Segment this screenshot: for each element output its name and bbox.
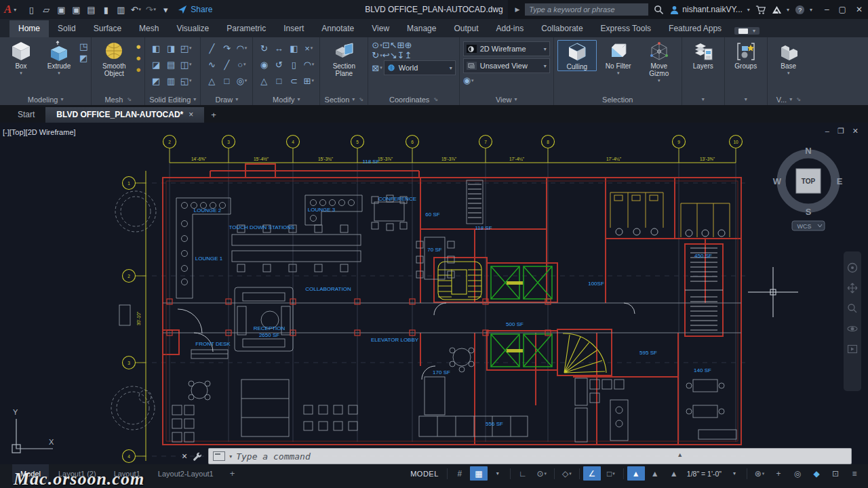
- snap-settings[interactable]: ▾: [489, 466, 507, 481]
- mesh-refine-icon[interactable]: ●: [136, 41, 141, 52]
- file-tab-close-icon[interactable]: ×: [189, 110, 193, 119]
- panel-label-view[interactable]: View▾: [460, 94, 553, 105]
- fillet-icon[interactable]: ◠▾: [301, 56, 316, 73]
- status-menu[interactable]: ≡: [846, 466, 863, 481]
- trim-icon[interactable]: ×▾: [301, 40, 316, 56]
- application-menu-button[interactable]: A ▾: [0, 3, 22, 16]
- smooth-object-button[interactable]: Smooth Object: [95, 40, 133, 77]
- ucs-back-icon[interactable]: ↩: [382, 50, 390, 60]
- rotate-icon[interactable]: ◉: [256, 56, 271, 73]
- isolate-objects[interactable]: ◎: [789, 466, 806, 481]
- clean-screen[interactable]: ⊡: [827, 466, 844, 481]
- command-expand-icon[interactable]: ▲: [677, 451, 683, 458]
- ribbon-tab-featured-apps[interactable]: Featured Apps: [660, 20, 730, 37]
- erase-icon[interactable]: □: [271, 73, 286, 89]
- ucs-icon-settings[interactable]: ⊠▾: [372, 63, 382, 73]
- ribbon-tab-mesh[interactable]: Mesh: [130, 20, 167, 37]
- ucs-icon[interactable]: ⊙▾: [372, 40, 382, 50]
- panel-label-selection[interactable]: Selection: [554, 94, 682, 105]
- drawing-area[interactable]: [-][Top][2D Wireframe] – ❐ ✕: [0, 123, 868, 464]
- window-close-button[interactable]: ✕: [856, 5, 863, 14]
- full-navigation-wheel-icon[interactable]: [847, 262, 858, 273]
- saveas-icon[interactable]: ▣: [69, 3, 83, 16]
- infocenter-toggle-icon[interactable]: ▶: [515, 6, 519, 13]
- viewport-config-icon[interactable]: ◉▾: [463, 75, 474, 85]
- panel-label-modify[interactable]: Modify▾: [253, 94, 319, 105]
- polygon-icon[interactable]: △: [204, 73, 219, 89]
- ribbon-tab-manage[interactable]: Manage: [398, 20, 445, 37]
- culling-button[interactable]: Culling: [557, 40, 597, 71]
- plot-icon[interactable]: ▥: [114, 3, 127, 16]
- 3d-object-snap[interactable]: ▲: [646, 466, 664, 481]
- ribbon-tab-parametric[interactable]: Parametric: [218, 20, 275, 37]
- scale-icon[interactable]: ▯: [286, 56, 301, 73]
- ribbon-tab-collaborate[interactable]: Collaborate: [532, 20, 591, 37]
- panel-label-draw[interactable]: Draw▾: [201, 94, 252, 105]
- app-store-cart-icon[interactable]: [755, 5, 766, 15]
- panel-label-coordinates[interactable]: Coordinates⇘: [368, 94, 458, 105]
- panel-label-section[interactable]: Section▾⇘: [320, 94, 368, 105]
- autodesk-account-button[interactable]: ▾: [772, 5, 789, 14]
- rectangle-icon[interactable]: □: [219, 73, 234, 89]
- ribbon-tab-output[interactable]: Output: [445, 20, 487, 37]
- snap-mode[interactable]: ▦: [470, 466, 488, 481]
- new-drawing-tab-button[interactable]: +: [204, 107, 223, 123]
- visual-style-dropdown[interactable]: 2D Wireframe ▾: [463, 41, 550, 56]
- ucs-previous-icon[interactable]: ↻▾: [372, 50, 382, 60]
- panel-label-base[interactable]: V...▾⇘: [768, 94, 810, 105]
- graphics-performance[interactable]: ◆: [808, 466, 825, 481]
- doc-close-button[interactable]: ✕: [852, 127, 859, 136]
- orbit-icon[interactable]: [847, 323, 858, 334]
- intersect-icon[interactable]: ◪: [149, 56, 163, 73]
- ribbon-tab-insert[interactable]: Insert: [275, 20, 313, 37]
- polyline-icon[interactable]: ╱: [204, 40, 219, 56]
- doc-restore-button[interactable]: ❐: [837, 127, 844, 136]
- union-icon[interactable]: ◧: [149, 40, 163, 56]
- command-close-icon[interactable]: ×: [182, 451, 187, 462]
- customize-qat-icon[interactable]: ▾: [159, 3, 172, 16]
- ribbon-tab-express-tools[interactable]: Express Tools: [592, 20, 660, 37]
- ribbon-tab-add-ins[interactable]: Add-ins: [488, 20, 533, 37]
- window-minimize-button[interactable]: –: [825, 5, 829, 14]
- ribbon-tab-surface[interactable]: Surface: [85, 20, 130, 37]
- freehand-icon[interactable]: ∿: [204, 56, 219, 73]
- command-customize-wrench-icon[interactable]: [193, 451, 203, 462]
- open-mobile-icon[interactable]: ▮: [99, 3, 113, 16]
- undo-icon[interactable]: ↶▾: [129, 3, 142, 16]
- thicken-icon[interactable]: ◫▾: [178, 56, 193, 73]
- file-tab-start[interactable]: Start: [7, 107, 45, 123]
- selection-cycling[interactable]: □▾: [602, 466, 620, 481]
- ucs-3point-icon[interactable]: ↥: [404, 50, 412, 60]
- ucs-object-icon[interactable]: ↘: [390, 50, 397, 60]
- file-tab-active-drawing[interactable]: BLVD OFFICE_PLAN-AUTOCAD* ×: [45, 107, 204, 123]
- ucs-view-icon[interactable]: ⊞: [397, 40, 405, 50]
- annotation-scale[interactable]: 1/8" = 1'-0": [684, 470, 725, 478]
- qnew-icon[interactable]: ▯: [24, 3, 38, 16]
- qsave-icon[interactable]: ▣: [54, 3, 68, 16]
- ucs-z-axis-icon[interactable]: ↧: [397, 50, 405, 60]
- ribbon-tab-home[interactable]: Home: [9, 20, 49, 37]
- named-view-dropdown[interactable]: Unsaved View ▾: [463, 58, 550, 73]
- array-icon[interactable]: ⊞▾: [301, 73, 316, 89]
- open-icon[interactable]: ▱: [39, 3, 53, 16]
- object-snap-tracking[interactable]: ∠: [583, 466, 601, 481]
- extrude-button[interactable]: Extrude▾: [41, 40, 77, 76]
- offset-icon[interactable]: ⊂: [286, 73, 301, 89]
- ucs-world-icon[interactable]: ⊕: [404, 40, 412, 50]
- layers-button[interactable]: Layers: [686, 40, 721, 70]
- rotate-3d-icon[interactable]: ↻: [256, 40, 271, 56]
- show-motion-icon[interactable]: [847, 344, 858, 354]
- panel-label-modeling[interactable]: Modeling▾: [0, 94, 91, 105]
- panel-label-layers[interactable]: ▾: [682, 94, 724, 105]
- model-paper-toggle[interactable]: MODEL: [405, 470, 444, 478]
- mesh-spin-icon[interactable]: ●: [136, 64, 141, 75]
- viewport-controls[interactable]: [-][Top][2D Wireframe]: [3, 128, 76, 136]
- grid-display[interactable]: #: [451, 466, 469, 481]
- groups-button[interactable]: Groups: [728, 40, 764, 70]
- share-button[interactable]: Share: [178, 5, 212, 14]
- viewcube[interactable]: TOP N S W E WCS: [768, 143, 849, 231]
- ellipse-icon[interactable]: ◎▾: [234, 73, 249, 89]
- object-snap[interactable]: ▲: [627, 466, 645, 481]
- ribbon-display-toggle[interactable]: ▾: [734, 27, 760, 35]
- zoom-icon[interactable]: [847, 303, 858, 314]
